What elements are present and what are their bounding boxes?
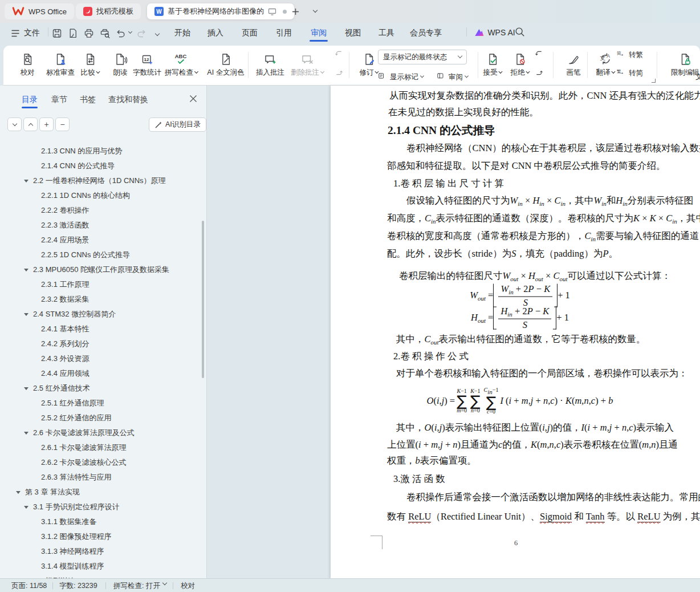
toc-item[interactable]: 2.5.2 红外通信的应用 <box>0 411 201 425</box>
ribbon-showmark-button[interactable]: 显示标记 <box>378 72 424 82</box>
markup-state-combobox[interactable]: 显示标记的最终状态 <box>378 50 467 64</box>
toc-item[interactable]: 2.4.4 应用领域 <box>0 366 201 381</box>
toc-item[interactable]: 2.4.1 基本特性 <box>0 322 201 336</box>
new-tab-button[interactable] <box>290 6 301 17</box>
wps-ai-button[interactable]: WPS AI <box>474 28 515 37</box>
status-proofread[interactable]: 校对 <box>181 581 195 590</box>
ribbon-proof-button[interactable]: 校对 <box>21 52 35 76</box>
zoom-out-button[interactable]: − <box>55 117 70 131</box>
collapse-triangle-icon[interactable] <box>24 269 29 271</box>
sidebar-scrollbar[interactable] <box>202 221 204 378</box>
collapse-triangle-icon[interactable] <box>24 313 29 316</box>
collapse-triangle-icon[interactable] <box>24 432 29 435</box>
toc-item[interactable]: 2.2.3 激活函数 <box>0 218 201 233</box>
menu-item-0[interactable]: 开始 <box>174 28 190 38</box>
ai-recognize-toc-button[interactable]: AI识别目录 <box>149 117 206 132</box>
ribbon-spell-button[interactable]: ABC拼写检查 <box>165 52 198 76</box>
expand-all-button[interactable] <box>7 117 22 131</box>
toc-item[interactable]: 第 3 章 算法实现 <box>0 485 201 500</box>
toc-item[interactable]: 2.4.2 系列划分 <box>0 336 201 351</box>
ribbon-nextnote-nav-button[interactable] <box>335 68 345 78</box>
sidebar-tab-3[interactable]: 查找和替换 <box>108 95 148 105</box>
toc-item[interactable]: 2.2 一维卷积神经网络（1D CNNs）原理 <box>0 173 201 188</box>
ribbon-prevnote-nav-button[interactable] <box>335 50 345 60</box>
ribbon-reject-button[interactable]: 拒绝 <box>511 52 530 76</box>
toc-item[interactable]: 2.6.1 卡尔曼滤波算法原理 <box>0 440 201 455</box>
collapse-triangle-icon[interactable] <box>24 506 29 509</box>
toc-item[interactable]: 2.3.2 数据采集 <box>0 292 201 307</box>
toc-item[interactable]: 2.2.4 应用场景 <box>0 233 201 248</box>
dialog-launcher-icon[interactable] <box>652 79 656 83</box>
redo-button[interactable] <box>136 27 148 39</box>
save-button[interactable] <box>51 27 63 39</box>
status-spellcheck[interactable]: 拼写检查: 打开 <box>113 581 160 590</box>
sidebar-tab-0[interactable]: 目录 <box>22 95 38 105</box>
toc-item[interactable]: 2.3 MPU6050 陀螺仪工作原理及数据采集 <box>0 262 201 277</box>
menu-item-5[interactable]: 视图 <box>345 28 361 38</box>
menu-item-7[interactable]: 会员专享 <box>410 28 442 38</box>
toc-item[interactable]: 2.4 STM32 微控制器简介 <box>0 307 201 322</box>
toc-item[interactable]: 2.3.1 工作原理 <box>0 277 201 292</box>
menu-item-4[interactable]: 审阅 <box>311 28 327 38</box>
tab-wps-office[interactable]: WPS Office <box>5 3 74 19</box>
toc-item[interactable]: 2.6 卡尔曼滤波算法原理及公式 <box>0 425 201 440</box>
ribbon-addnote-button[interactable]: 插入批注 <box>256 52 284 76</box>
ribbon-compare-button[interactable]: 比较 <box>81 52 100 76</box>
ribbon-read-button[interactable]: 朗读 <box>113 52 128 76</box>
search-icon[interactable] <box>514 26 526 38</box>
toc-item[interactable]: 2.1.3 CNN 的应用与优势 <box>0 144 201 159</box>
undo-button[interactable] <box>115 27 127 39</box>
menu-item-1[interactable]: 插入 <box>207 28 223 38</box>
ribbon-translate-button[interactable]: 文A翻译 <box>596 52 615 76</box>
status-page-indicator[interactable]: 页面: 11/58 <box>11 581 47 590</box>
ribbon-reviewpane-button[interactable]: 审阅 <box>437 72 468 82</box>
exportpdf-button[interactable] <box>67 27 79 39</box>
toc-item[interactable]: 2.6.2 卡尔曼滤波核心公式 <box>0 455 201 470</box>
toc-item[interactable]: 2.2.2 卷积操作 <box>0 203 201 218</box>
ribbon-track-button[interactable]: 修订 <box>360 52 379 76</box>
ribbon-s2t-button[interactable]: 简转繁 <box>617 50 643 60</box>
hamburger-icon[interactable] <box>11 30 20 37</box>
ribbon-brush-button[interactable]: 画笔 <box>567 52 581 76</box>
menu-item-3[interactable]: 引用 <box>276 28 292 38</box>
tab-docer[interactable]: 找稻壳模板 <box>76 3 141 19</box>
ribbon-t2s-button[interactable]: 繁转简 <box>617 68 643 78</box>
ribbon-accept-button[interactable]: 接受 <box>483 52 502 76</box>
zoom-in-button[interactable]: + <box>39 117 54 131</box>
toc-item[interactable]: 2.5 红外通信技术 <box>0 381 201 396</box>
toc-item[interactable]: 2.6.3 算法特性与应用 <box>0 470 201 485</box>
toc-item[interactable]: 2.2.1 1D CNNs 的核心结构 <box>0 188 201 203</box>
print-button[interactable] <box>83 27 95 39</box>
toc-item[interactable]: 2.5.1 红外通信原理 <box>0 396 201 411</box>
toc-item[interactable]: 3.1.3 神经网络程序 <box>0 544 201 559</box>
document-page[interactable]: 6 从而实现对复杂数据的准确分类和识别。此外，CNN 还具有强大的泛化能力在未见… <box>331 86 700 578</box>
menu-item-6[interactable]: 工具 <box>379 28 394 38</box>
collapse-triangle-icon[interactable] <box>24 387 29 390</box>
collapse-triangle-icon[interactable] <box>24 180 29 183</box>
ribbon-nextnote-nav-button[interactable] <box>535 68 545 78</box>
menu-file[interactable]: 文件 <box>24 28 40 38</box>
sidebar-tab-1[interactable]: 章节 <box>51 95 67 105</box>
toc-item[interactable]: 2.4.3 外设资源 <box>0 351 201 366</box>
tab-document[interactable]: W 基于卷积神经网络的非图像的 <box>147 3 294 19</box>
toc-item[interactable]: 2.1.4 CNN 的公式推导 <box>0 159 201 173</box>
close-icon[interactable] <box>189 94 198 103</box>
preview-button[interactable] <box>99 27 111 39</box>
ribbon-prevnote-nav-button[interactable] <box>535 50 545 60</box>
collapse-triangle-icon[interactable] <box>16 491 21 494</box>
ribbon-stdreview-button[interactable]: 标准审查 <box>46 52 75 76</box>
tab-list-button[interactable] <box>310 6 321 17</box>
collapse-all-button[interactable] <box>23 117 38 131</box>
status-word-count[interactable]: 字数: 23239 <box>59 581 97 590</box>
toc-item[interactable]: 3.1 手势识别定位程序设计 <box>0 500 201 514</box>
chev-button[interactable] <box>156 27 159 38</box>
toc-item[interactable]: 3.1.1 数据集准备 <box>0 514 201 529</box>
menu-item-2[interactable]: 页面 <box>242 28 258 38</box>
ribbon-restrict-button[interactable]: 限制编辑 <box>671 52 699 76</box>
ribbon-polish-button[interactable]: AI 全文润色 <box>207 52 244 76</box>
sidebar-tab-2[interactable]: 书签 <box>80 95 96 105</box>
ribbon-delnote-button[interactable]: 删除批注 <box>291 52 324 76</box>
ribbon-count-button[interactable]: 12字数统计 <box>133 52 161 76</box>
toc-item[interactable]: 3.1.2 图像预处理程序 <box>0 529 201 544</box>
toc-item[interactable]: 3.1.4 模型训练程序 <box>0 559 201 574</box>
